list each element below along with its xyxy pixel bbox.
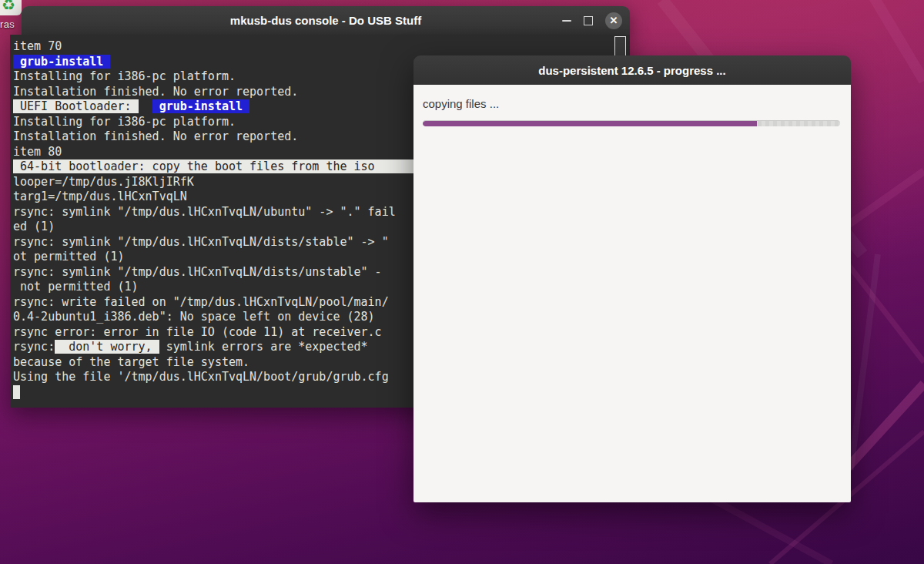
maximize-icon[interactable] (584, 16, 593, 25)
progress-bar-fill (423, 121, 757, 126)
close-icon[interactable]: ✕ (605, 12, 622, 29)
progress-status-label: copying files ... (423, 97, 499, 110)
dialog-body: copying files ... (413, 85, 851, 502)
minimize-icon[interactable] (562, 20, 571, 22)
recycle-glyph: ♻ (2, 0, 15, 12)
terminal-window-title: mkusb-dus console - Do USB Stuff (230, 14, 421, 27)
terminal-line: item 70 (13, 39, 616, 55)
progress-dialog-window: dus-persistent 12.6.5 - progress ... cop… (413, 55, 851, 502)
terminal-titlebar[interactable]: mkusb-dus console - Do USB Stuff ✕ (22, 6, 630, 35)
dialog-titlebar[interactable]: dus-persistent 12.6.5 - progress ... (413, 55, 851, 85)
trash-erase-icon[interactable]: ♻ (0, 0, 22, 15)
window-controls: ✕ (562, 6, 622, 35)
desktop-icon-label: ras (0, 18, 15, 30)
dialog-title: dus-persistent 12.6.5 - progress ... (538, 64, 725, 77)
progress-bar (423, 120, 840, 126)
